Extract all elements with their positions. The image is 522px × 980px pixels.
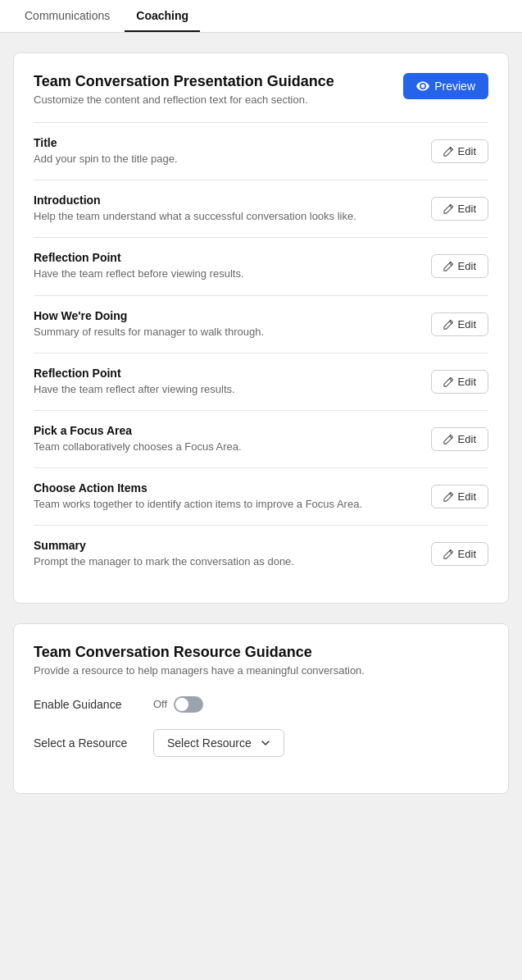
eye-icon	[416, 80, 429, 93]
section-desc-introduction: Help the team understand what a successf…	[34, 209, 418, 224]
section-title-summary: Summary	[34, 539, 418, 552]
edit-button-label-choose-action-items: Edit	[458, 490, 476, 503]
pencil-icon	[443, 491, 454, 502]
edit-button-label-title: Edit	[458, 145, 476, 157]
edit-button-label-how-were-doing: Edit	[458, 318, 476, 330]
pencil-icon	[443, 549, 454, 559]
pencil-icon	[443, 319, 454, 330]
edit-button-introduction[interactable]: Edit	[431, 197, 488, 221]
presentation-card-title-area: Team Conversation Presentation Guidance …	[34, 73, 334, 106]
edit-button-label-pick-focus-area: Edit	[458, 433, 476, 445]
select-resource-button[interactable]: Select Resource	[153, 729, 284, 757]
select-resource-button-label: Select Resource	[167, 736, 252, 750]
section-info-title: Title Add your spin to the title page.	[34, 136, 418, 166]
enable-guidance-label: Enable Guidance	[34, 698, 140, 711]
section-desc-reflection-point-1: Have the team reflect before viewing res…	[34, 267, 418, 281]
resource-card-title: Team Conversation Resource Guidance	[34, 644, 488, 661]
enable-guidance-toggle[interactable]	[174, 696, 203, 713]
edit-button-label-reflection-point-1: Edit	[458, 260, 476, 272]
edit-button-how-were-doing[interactable]: Edit	[431, 312, 488, 336]
pencil-icon	[443, 376, 454, 387]
nav-bar: Communications Coaching	[0, 0, 522, 33]
section-row-summary: Summary Prompt the manager to mark the c…	[34, 525, 488, 582]
pencil-icon	[443, 434, 454, 444]
resource-card-subtitle: Provide a resource to help managers have…	[34, 664, 488, 677]
nav-tab-communications[interactable]: Communications	[13, 1, 121, 32]
select-resource-label: Select a Resource	[34, 736, 140, 750]
page-content: Team Conversation Presentation Guidance …	[0, 33, 522, 814]
preview-button-label: Preview	[434, 80, 475, 93]
edit-button-label-reflection-point-2: Edit	[458, 376, 476, 388]
pencil-icon	[443, 203, 454, 214]
resource-card: Team Conversation Resource Guidance Prov…	[13, 623, 509, 794]
section-info-choose-action-items: Choose Action Items Team works together …	[34, 481, 418, 512]
edit-button-reflection-point-1[interactable]: Edit	[431, 254, 488, 278]
enable-guidance-row: Enable Guidance Off	[34, 696, 488, 713]
presentation-card-title: Team Conversation Presentation Guidance	[34, 73, 334, 90]
section-title-reflection-point-2: Reflection Point	[34, 367, 418, 380]
nav-tab-communications-label: Communications	[25, 9, 110, 22]
sections-list: Title Add your spin to the title page. E…	[34, 122, 488, 583]
section-info-reflection-point-1: Reflection Point Have the team reflect b…	[34, 251, 418, 281]
presentation-card: Team Conversation Presentation Guidance …	[13, 52, 509, 604]
section-info-pick-focus-area: Pick a Focus Area Team collaboratively c…	[34, 424, 418, 454]
pencil-icon	[443, 146, 454, 157]
toggle-off-label: Off	[153, 698, 167, 710]
section-info-how-were-doing: How We're Doing Summary of results for m…	[34, 309, 418, 340]
edit-button-reflection-point-2[interactable]: Edit	[431, 370, 488, 394]
toggle-thumb	[175, 698, 188, 711]
section-title-choose-action-items: Choose Action Items	[34, 481, 418, 495]
chevron-down-icon	[261, 738, 270, 748]
section-info-reflection-point-2: Reflection Point Have the team reflect a…	[34, 367, 418, 397]
edit-button-label-summary: Edit	[458, 548, 476, 560]
section-row-reflection-point-2: Reflection Point Have the team reflect a…	[34, 353, 488, 410]
section-row-reflection-point-1: Reflection Point Have the team reflect b…	[34, 237, 488, 294]
edit-button-summary[interactable]: Edit	[431, 542, 488, 566]
section-row-introduction: Introduction Help the team understand wh…	[34, 180, 488, 237]
section-desc-title: Add your spin to the title page.	[34, 152, 418, 166]
section-desc-summary: Prompt the manager to mark the conversat…	[34, 554, 418, 569]
section-desc-pick-focus-area: Team collaboratively chooses a Focus Are…	[34, 440, 418, 454]
section-row-title: Title Add your spin to the title page. E…	[34, 122, 488, 180]
presentation-card-header: Team Conversation Presentation Guidance …	[34, 73, 488, 106]
section-desc-reflection-point-2: Have the team reflect after viewing resu…	[34, 382, 418, 397]
section-title-reflection-point-1: Reflection Point	[34, 251, 418, 264]
section-info-introduction: Introduction Help the team understand wh…	[34, 194, 418, 224]
pencil-icon	[443, 261, 454, 271]
section-info-summary: Summary Prompt the manager to mark the c…	[34, 539, 418, 569]
section-title-pick-focus-area: Pick a Focus Area	[34, 424, 418, 437]
select-resource-row: Select a Resource Select Resource	[34, 729, 488, 757]
toggle-track	[174, 696, 203, 713]
edit-button-title[interactable]: Edit	[431, 139, 488, 163]
section-desc-choose-action-items: Team works together to identify action i…	[34, 497, 418, 512]
edit-button-label-introduction: Edit	[458, 203, 476, 215]
section-row-how-were-doing: How We're Doing Summary of results for m…	[34, 295, 488, 353]
presentation-card-subtitle: Customize the content and reflection tex…	[34, 93, 334, 106]
section-row-choose-action-items: Choose Action Items Team works together …	[34, 467, 488, 525]
section-title-title: Title	[34, 136, 418, 149]
edit-button-choose-action-items[interactable]: Edit	[431, 485, 488, 508]
nav-tab-coaching[interactable]: Coaching	[125, 1, 200, 32]
section-row-pick-focus-area: Pick a Focus Area Team collaboratively c…	[34, 410, 488, 467]
section-desc-how-were-doing: Summary of results for manager to walk t…	[34, 325, 418, 340]
toggle-group: Off	[153, 696, 203, 713]
nav-tab-coaching-label: Coaching	[136, 9, 188, 22]
section-title-how-were-doing: How We're Doing	[34, 309, 418, 322]
edit-button-pick-focus-area[interactable]: Edit	[431, 427, 488, 451]
preview-button[interactable]: Preview	[403, 73, 488, 99]
section-title-introduction: Introduction	[34, 194, 418, 207]
